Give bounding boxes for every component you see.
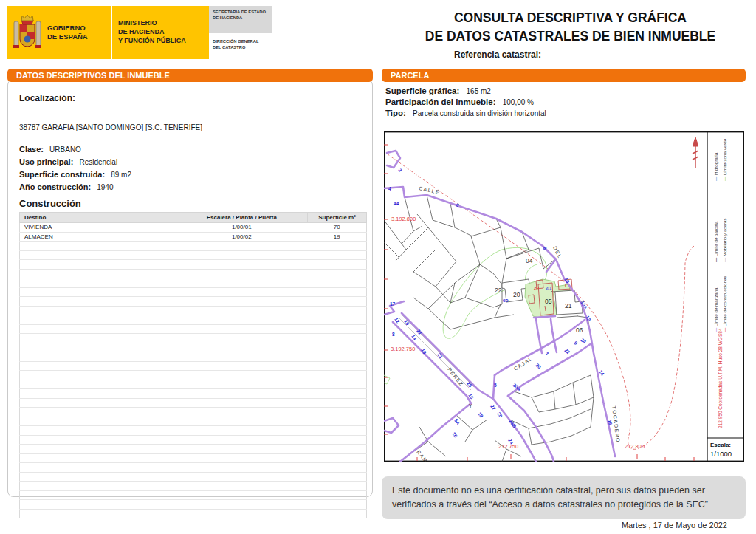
ministerio-line3: Y FUNCIÓN PÚBLICA <box>118 37 209 46</box>
empty-cell <box>176 343 308 352</box>
direccion-label: DIRECCIÓN GENERAL DEL CATASTRO <box>209 33 272 59</box>
empty-cell <box>20 408 176 417</box>
gobierno-line1: GOBIERNO <box>47 24 111 32</box>
empty-cell <box>308 287 367 297</box>
col-destino: Destino <box>20 213 176 223</box>
empty-cell <box>308 482 367 491</box>
empty-cell <box>308 398 367 408</box>
table-empty-row <box>20 278 367 288</box>
table-empty-row <box>20 343 367 352</box>
coordinate-label: 212.750 <box>498 443 518 450</box>
building-label: 2P <box>534 286 539 290</box>
table-empty-row <box>20 398 367 408</box>
secretaria-line1: SECRETARÍA DE ESTADO <box>213 10 269 16</box>
clase-label: Clase: <box>19 145 44 154</box>
empty-cell <box>308 297 367 307</box>
empty-cell <box>308 389 367 399</box>
empty-cell <box>176 278 308 288</box>
table-empty-row <box>20 463 367 473</box>
field-uso: Uso principal: Residencial <box>19 157 369 166</box>
empty-cell <box>176 398 308 408</box>
parcela-fields: Superficie gráfica: 165 m2 Participación… <box>385 86 746 117</box>
clase-value: URBANO <box>49 146 81 154</box>
utm-note: 212.850 Coordenadas U.T.M. Huso 28 WGS84 <box>718 328 723 428</box>
legend-item: — Límite de parcela <box>713 221 718 262</box>
empty-cell <box>176 361 308 371</box>
parcela-panel: PARCELA Superficie gráfica: 165 m2 Parti… <box>382 69 746 120</box>
empty-cell <box>308 278 367 288</box>
empty-cell <box>20 269 176 278</box>
tipo-label: Tipo: <box>385 109 406 117</box>
empty-cell <box>20 306 176 315</box>
table-empty-row <box>20 509 367 518</box>
parcel-number: 21 <box>565 302 572 309</box>
empty-cell <box>176 297 308 307</box>
empty-cell <box>176 509 308 518</box>
coordinate-label: 212.800 <box>625 443 645 450</box>
direccion-line2: DEL CATASTRO <box>213 45 269 51</box>
construccion-table: Destino Escalera / Planta / Puerta Super… <box>19 212 367 518</box>
empty-cell <box>176 472 308 482</box>
disclaimer-box: Este documento no es una certificación c… <box>382 476 746 519</box>
table-empty-row <box>20 435 367 445</box>
table-empty-row <box>20 306 367 315</box>
table-empty-row <box>20 426 367 436</box>
secretaria-line2: DE HACIENDA <box>213 16 269 21</box>
empty-cell <box>176 435 308 445</box>
house-number: 4A <box>394 201 400 206</box>
empty-cell <box>20 334 176 343</box>
empty-cell <box>308 417 367 426</box>
table-empty-row <box>20 250 367 260</box>
empty-cell <box>176 417 308 426</box>
empty-cell <box>20 250 176 260</box>
empty-cell <box>308 463 367 473</box>
empty-cell <box>20 398 176 408</box>
cell-destino: VIVIENDA <box>20 223 176 233</box>
empty-cell <box>20 380 176 389</box>
empty-cell <box>20 500 176 510</box>
legend-item: — Límite zona verde <box>722 138 727 181</box>
empty-cell <box>176 500 308 510</box>
empty-cell <box>308 453 367 463</box>
house-number: 8 <box>392 332 395 337</box>
empty-cell <box>176 482 308 491</box>
empty-cell <box>176 269 308 278</box>
empty-cell <box>308 269 367 278</box>
empty-cell <box>308 343 367 352</box>
empty-cell <box>20 242 176 251</box>
empty-cell <box>20 445 176 454</box>
direccion-line1: DIRECCIÓN GENERAL <box>213 39 269 45</box>
empty-cell <box>176 389 308 399</box>
table-empty-row <box>20 380 367 389</box>
field-clase: Clase: URBANO <box>19 145 369 154</box>
empty-cell <box>20 463 176 473</box>
empty-cell <box>20 371 176 380</box>
construccion-title: Construcción <box>19 198 369 209</box>
empty-cell <box>308 490 367 500</box>
parcel-number: 05 <box>545 298 552 305</box>
empty-cell <box>308 250 367 260</box>
empty-cell <box>176 445 308 454</box>
empty-cell <box>176 250 308 260</box>
empty-cell <box>176 242 308 251</box>
empty-cell <box>308 361 367 371</box>
empty-cell <box>176 287 308 297</box>
house-number: 17 <box>390 301 396 307</box>
empty-cell <box>308 500 367 510</box>
empty-cell <box>308 380 367 389</box>
escala-value: 1/1000 <box>710 450 732 458</box>
empty-cell <box>20 343 176 352</box>
gobierno-label: GOBIERNO DE ESPAÑA <box>47 24 111 41</box>
ministerio-line1: MINISTERIO <box>118 19 209 28</box>
coordinate-label: 3.192.750 <box>391 346 415 352</box>
cell-destino: ALMACEN <box>20 232 176 242</box>
empty-cell <box>20 389 176 399</box>
empty-cell <box>176 334 308 343</box>
empty-cell <box>20 472 176 482</box>
empty-cell <box>176 453 308 463</box>
legend-item: — Hidrografía <box>713 152 718 181</box>
legend-item: — Límite de manzana <box>713 287 718 332</box>
empty-cell <box>20 315 176 325</box>
empty-cell <box>20 435 176 445</box>
anio-value: 1940 <box>97 183 113 191</box>
